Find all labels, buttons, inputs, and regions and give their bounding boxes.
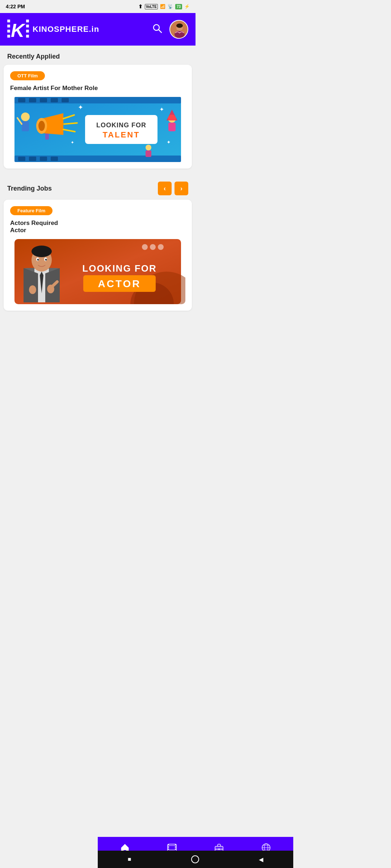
svg-point-27	[21, 112, 30, 121]
svg-rect-23	[18, 157, 25, 161]
trending-jobs-title: Trending Jobs	[7, 185, 52, 192]
svg-rect-26	[51, 157, 58, 161]
svg-point-52	[142, 244, 148, 250]
actor-banner-image: LOOKING FOR ACTOR	[10, 239, 185, 304]
svg-text:ACTOR: ACTOR	[98, 278, 141, 289]
svg-rect-5	[26, 25, 29, 27]
svg-point-47	[146, 145, 151, 150]
logo-area: K KINOSPHERE.in	[7, 18, 99, 41]
svg-text:✦: ✦	[159, 106, 164, 112]
svg-point-33	[38, 121, 45, 131]
svg-point-53	[150, 244, 156, 250]
recently-applied-card-title: Female Artist For Mother Role	[10, 85, 185, 92]
logo-icon: K	[7, 18, 29, 41]
svg-point-14	[176, 24, 183, 28]
svg-rect-17	[14, 156, 181, 162]
svg-rect-7	[26, 35, 29, 38]
svg-text:✦: ✦	[78, 104, 83, 111]
trending-jobs-header: Trending Jobs ‹ ›	[0, 174, 196, 200]
trending-jobs-section: Trending Jobs ‹ › Feature Film Actors Re…	[0, 174, 196, 311]
app-header: K KINOSPHERE.in	[0, 13, 196, 46]
svg-rect-21	[51, 98, 58, 102]
search-icon[interactable]	[152, 23, 162, 35]
svg-rect-45	[168, 123, 176, 131]
svg-rect-16	[14, 97, 181, 103]
svg-rect-22	[62, 98, 69, 102]
signal-icon: 📶	[160, 4, 165, 9]
svg-text:LOOKING FOR: LOOKING FOR	[96, 122, 146, 129]
trending-next-button[interactable]: ›	[175, 182, 188, 195]
main-content: Recently Applied OTT Film Female Artist …	[0, 46, 196, 349]
wifi-icon: 📡	[168, 4, 173, 9]
svg-text:✦: ✦	[71, 140, 74, 145]
recently-applied-section: Recently Applied OTT Film Female Artist …	[0, 46, 196, 169]
feature-film-badge: Feature Film	[10, 206, 52, 215]
upload-icon: ⬆	[138, 4, 143, 9]
status-bar: 4:22 PM ⬆ VoLTE 📶 📡 73 ⚡	[0, 0, 196, 13]
status-icons: ⬆ VoLTE 📶 📡 73 ⚡	[138, 4, 190, 9]
svg-rect-6	[26, 30, 29, 33]
avatar[interactable]	[169, 20, 188, 39]
svg-rect-4	[26, 20, 29, 22]
volte-icon: VoLTE	[145, 4, 158, 9]
charging-icon: ⚡	[184, 4, 190, 9]
recently-applied-card[interactable]: OTT Film Female Artist For Mother Role	[4, 65, 192, 169]
svg-rect-24	[29, 157, 36, 161]
svg-point-54	[158, 244, 164, 250]
svg-rect-0	[7, 20, 10, 22]
svg-marker-58	[24, 268, 38, 302]
svg-rect-19	[29, 98, 36, 102]
trending-nav-buttons: ‹ ›	[158, 182, 188, 195]
svg-text:K: K	[11, 20, 26, 41]
svg-rect-20	[40, 98, 47, 102]
svg-text:✦: ✦	[167, 139, 171, 145]
svg-rect-37	[85, 115, 157, 144]
svg-rect-28	[22, 121, 29, 131]
trending-jobs-card[interactable]: Feature Film Actors Required Actor	[4, 200, 192, 311]
status-time: 4:22 PM	[6, 4, 25, 9]
svg-point-65	[45, 259, 47, 261]
svg-rect-25	[40, 157, 47, 161]
svg-point-61	[31, 246, 52, 257]
svg-point-12	[175, 31, 185, 38]
svg-rect-18	[18, 98, 25, 102]
trending-card-title: Actors Required Actor	[10, 220, 185, 234]
svg-text:TALENT: TALENT	[102, 130, 140, 139]
svg-rect-2	[7, 30, 10, 33]
svg-rect-1	[7, 25, 10, 27]
ott-film-badge: OTT Film	[10, 71, 45, 80]
talent-banner-image: LOOKING FOR TALENT ✦ ✦ ✦ ✦	[10, 97, 185, 162]
svg-rect-3	[7, 35, 10, 38]
logo-text: KINOSPHERE.in	[33, 25, 99, 34]
svg-rect-48	[146, 150, 151, 157]
svg-point-64	[37, 259, 39, 261]
svg-point-66	[29, 285, 36, 294]
battery-indicator: 73	[175, 4, 182, 9]
svg-line-10	[159, 30, 161, 33]
header-right	[152, 20, 188, 39]
recently-applied-title: Recently Applied	[0, 46, 196, 65]
svg-text:LOOKING FOR: LOOKING FOR	[82, 263, 156, 274]
trending-prev-button[interactable]: ‹	[158, 182, 172, 195]
